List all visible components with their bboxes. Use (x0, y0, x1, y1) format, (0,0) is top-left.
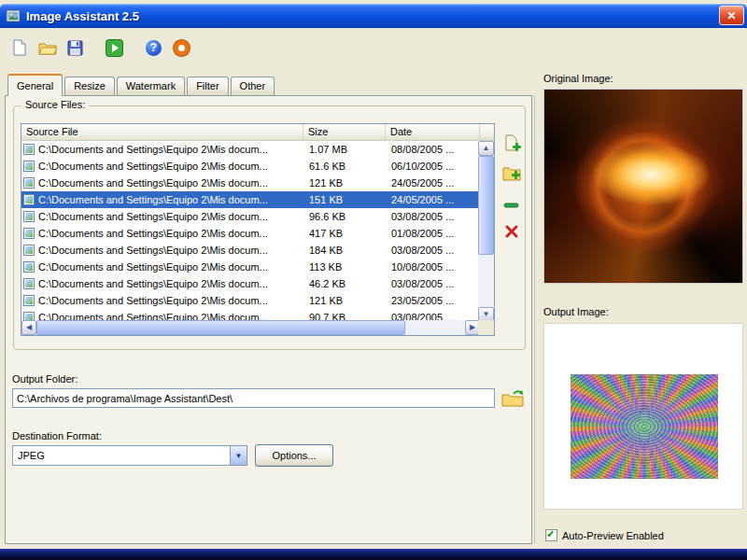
file-path: C:\Documents and Settings\Equipo 2\Mis d… (38, 228, 268, 239)
table-row[interactable]: C:\Documents and Settings\Equipo 2\Mis d… (21, 275, 480, 292)
file-date: 08/08/2005 ... (386, 144, 480, 155)
format-selected-value: JPEG (13, 450, 230, 461)
table-row[interactable]: C:\Documents and Settings\Equipo 2\Mis d… (21, 208, 480, 225)
new-file-button[interactable] (7, 35, 31, 60)
help-button[interactable]: ? (142, 35, 165, 60)
file-date: 23/05/2005 ... (386, 295, 480, 306)
open-file-button[interactable] (35, 35, 59, 60)
run-button[interactable] (103, 35, 126, 60)
table-row[interactable]: C:\Documents and Settings\Equipo 2\Mis d… (21, 292, 480, 309)
table-row[interactable]: C:\Documents and Settings\Equipo 2\Mis d… (21, 225, 480, 242)
run-play-icon (106, 39, 123, 57)
output-folder-label: Output Folder: (12, 373, 78, 385)
file-path: C:\Documents and Settings\Equipo 2\Mis d… (38, 161, 268, 172)
auto-preview-checkbox[interactable] (545, 529, 557, 541)
remove-file-button[interactable] (500, 194, 523, 217)
browse-output-button[interactable] (500, 386, 526, 409)
image-file-icon (23, 177, 35, 189)
image-file-icon (23, 245, 35, 256)
chevron-down-icon[interactable]: ▼ (230, 446, 247, 465)
file-date: 01/08/2005 ... (386, 228, 480, 239)
column-header-date[interactable]: Date (386, 124, 480, 140)
file-date: 10/08/2005 ... (386, 261, 480, 273)
image-file-icon (23, 144, 35, 155)
file-date: 24/05/2005 ... (386, 194, 480, 205)
tab-bar: GeneralResizeWatermarkFilterOther (7, 77, 276, 95)
save-icon (67, 40, 83, 56)
save-button[interactable] (63, 35, 87, 60)
image-file-icon (23, 194, 35, 205)
add-folder-button[interactable] (500, 162, 523, 185)
tab-page-general: Source Files: Source File Size Date C:\D… (5, 95, 532, 544)
file-size: 121 KB (303, 295, 386, 306)
file-date: 24/05/2005 ... (386, 177, 480, 189)
options-button[interactable]: Options... (255, 444, 333, 467)
vertical-scrollbar[interactable]: ▲ ▼ (478, 141, 494, 322)
horizontal-scrollbar[interactable]: ◀ ▶ (21, 320, 480, 335)
vertical-scroll-thumb[interactable] (478, 156, 494, 255)
remove-minus-icon (503, 202, 520, 209)
add-file-icon (502, 134, 521, 153)
file-size: 46.2 KB (303, 278, 386, 289)
new-file-icon (11, 39, 27, 56)
source-files-label: Source Files: (21, 99, 89, 110)
window-title: Image Assistant 2.5 (26, 9, 139, 23)
source-files-groupbox: Source Files: Source File Size Date C:\D… (13, 105, 526, 350)
file-date: 06/10/2005 ... (386, 161, 480, 172)
table-row[interactable]: C:\Documents and Settings\Equipo 2\Mis d… (21, 158, 480, 175)
check-icon (547, 530, 554, 537)
add-file-button[interactable] (500, 133, 523, 155)
bottom-border (0, 549, 747, 560)
image-file-icon (23, 278, 35, 289)
clear-list-button[interactable] (500, 220, 523, 243)
file-path: C:\Documents and Settings\Equipo 2\Mis d… (38, 144, 268, 155)
auto-preview-label: Auto-Preview Enabled (562, 530, 664, 541)
about-button[interactable] (170, 35, 193, 60)
file-date: 03/08/2005 ... (386, 278, 480, 289)
source-files-list: Source File Size Date C:\Documents and S… (21, 123, 495, 336)
tab-other[interactable]: Other (231, 77, 275, 95)
output-folder-input[interactable] (12, 388, 495, 408)
app-window: Image Assistant 2.5 ✕ (0, 0, 747, 560)
image-file-icon (23, 161, 35, 172)
file-date: 03/08/2005 ... (386, 245, 480, 256)
close-button[interactable]: ✕ (719, 6, 744, 25)
column-header-source-file[interactable]: Source File (21, 124, 303, 140)
file-path: C:\Documents and Settings\Equipo 2\Mis d… (38, 261, 268, 273)
file-size: 61.6 KB (303, 161, 386, 172)
table-row[interactable]: C:\Documents and Settings\Equipo 2\Mis d… (21, 259, 480, 275)
image-file-icon (23, 261, 35, 273)
file-path: C:\Documents and Settings\Equipo 2\Mis d… (38, 194, 268, 205)
title-bar: Image Assistant 2.5 ✕ (0, 4, 747, 28)
horizontal-scroll-thumb[interactable] (36, 320, 405, 335)
file-path: C:\Documents and Settings\Equipo 2\Mis d… (38, 211, 268, 222)
original-image-preview (543, 89, 743, 284)
scrollbar-corner (478, 320, 494, 335)
tab-watermark[interactable]: Watermark (117, 77, 185, 95)
tab-filter[interactable]: Filter (187, 77, 228, 95)
toolbar: ? (0, 32, 747, 63)
original-image-label: Original Image: (543, 73, 613, 84)
tab-general[interactable]: General (7, 74, 63, 96)
table-row[interactable]: C:\Documents and Settings\Equipo 2\Mis d… (21, 242, 480, 259)
table-row[interactable]: C:\Documents and Settings\Equipo 2\Mis d… (21, 175, 480, 191)
image-file-icon (23, 211, 35, 222)
destination-format-label: Destination Format: (12, 430, 102, 441)
delete-x-icon (504, 224, 519, 239)
image-file-icon (23, 228, 35, 239)
output-image-label: Output Image: (543, 306, 609, 317)
column-header-size[interactable]: Size (303, 124, 386, 140)
tab-resize[interactable]: Resize (64, 77, 115, 95)
file-path: C:\Documents and Settings\Equipo 2\Mis d… (38, 245, 268, 256)
help-icon: ? (146, 40, 162, 56)
format-combobox[interactable]: JPEG ▼ (12, 445, 247, 466)
auto-preview-row: Auto-Preview Enabled (545, 529, 664, 541)
add-folder-icon (502, 165, 521, 182)
table-row[interactable]: C:\Documents and Settings\Equipo 2\Mis d… (21, 141, 480, 158)
file-size: 96.6 KB (303, 211, 386, 222)
scroll-up-button[interactable]: ▲ (478, 141, 494, 156)
file-size: 121 KB (303, 177, 386, 189)
scroll-left-button[interactable]: ◀ (21, 320, 36, 335)
about-icon (174, 40, 190, 56)
table-row[interactable]: C:\Documents and Settings\Equipo 2\Mis d… (21, 191, 480, 208)
